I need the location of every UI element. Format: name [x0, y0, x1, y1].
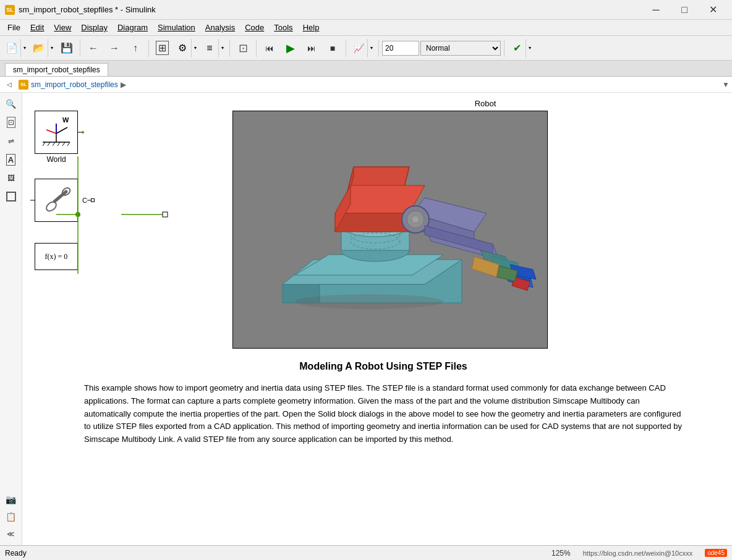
robot-subsystem-label: Robot [22, 93, 732, 111]
tab-label: sm_import_robot_stepfiles [13, 66, 100, 74]
tab-main[interactable]: sm_import_robot_stepfiles [5, 63, 108, 76]
svg-line-4 [57, 142, 60, 146]
sim-mode-select[interactable]: Normal Accelerator Rapid Accelerator [420, 41, 501, 56]
swap-tool-button[interactable]: ⇌ [2, 132, 20, 150]
mechanism-block[interactable]: C C [35, 179, 78, 222]
minimize-button[interactable]: ─ [642, 0, 670, 20]
sep3 [229, 40, 230, 57]
sep2 [148, 40, 149, 57]
slx-button[interactable]: ⊡ [233, 38, 253, 58]
robot-image [232, 111, 548, 349]
view-button-group[interactable]: ≡ ▾ [200, 38, 226, 58]
check-button-group[interactable]: ✔ ▾ [508, 38, 534, 58]
settings-icon: ⚙ [178, 42, 187, 54]
world-block-container: W World [35, 111, 195, 164]
clipboard-tool-button[interactable]: 📋 [2, 508, 20, 525]
back-button[interactable]: ← [83, 38, 103, 58]
menu-display[interactable]: Display [76, 22, 113, 33]
svg-point-58 [295, 294, 443, 309]
solver-badge: ode45 [705, 549, 727, 557]
mechanism-block-container: C C [35, 179, 195, 222]
menu-bar: File Edit View Display Diagram Simulatio… [0, 20, 732, 36]
fit-view-button[interactable]: ⊡ [2, 114, 20, 131]
status-zoom: 125% [551, 549, 571, 558]
settings-dropdown[interactable]: ▾ [191, 39, 198, 57]
scope-button[interactable]: 📈 [350, 39, 367, 57]
menu-edit[interactable]: Edit [25, 22, 49, 33]
new-icon: 📄 [6, 42, 18, 54]
svg-line-2 [48, 142, 50, 146]
check-button[interactable]: ✔ [508, 39, 526, 57]
library-button[interactable]: ⊞ [152, 38, 172, 58]
tab-bar: sm_import_robot_stepfiles [0, 61, 732, 77]
sep7 [504, 40, 504, 57]
new-button[interactable]: 📄 [3, 39, 20, 57]
open-button-group[interactable]: 📂 ▾ [30, 38, 56, 58]
stop-icon: ■ [330, 43, 335, 53]
image-tool-button[interactable]: 🖼 [2, 169, 20, 187]
mechanism-port-label: C [82, 197, 87, 204]
sep5 [346, 40, 346, 57]
step-forward-button[interactable]: ⏭ [302, 38, 321, 58]
menu-view[interactable]: View [49, 22, 76, 33]
check-icon: ✔ [513, 42, 521, 54]
solver-block[interactable]: f(x) = 0 [35, 243, 78, 270]
step-back-button[interactable]: ⏮ [260, 38, 279, 58]
run-button[interactable]: ▶ [281, 38, 300, 58]
back-icon: ← [88, 43, 98, 54]
svg-marker-40 [335, 213, 409, 232]
menu-file[interactable]: File [2, 22, 25, 33]
menu-code[interactable]: Code [240, 22, 269, 33]
status-right: 125% https://blog.csdn.net/weixin@10cxxx… [551, 549, 727, 558]
breadcrumb-expand-button[interactable]: ▼ [722, 80, 730, 89]
scope-dropdown[interactable]: ▾ [367, 39, 375, 57]
world-port-dot [82, 131, 84, 134]
maximize-button[interactable]: □ [670, 0, 699, 20]
sim-time-input[interactable] [382, 41, 419, 56]
menu-simulation[interactable]: Simulation [153, 22, 200, 33]
menu-analysis[interactable]: Analysis [200, 22, 240, 33]
open-button[interactable]: 📂 [30, 39, 48, 57]
menu-help[interactable]: Help [298, 22, 325, 33]
image-icon: 🖼 [7, 174, 15, 182]
menu-tools[interactable]: Tools [269, 22, 297, 33]
close-button[interactable]: ✕ [699, 0, 727, 20]
mechanism-port-left [30, 200, 35, 201]
settings-button-group[interactable]: ⚙ ▾ [173, 38, 199, 58]
canvas-area[interactable]: Robot [22, 93, 732, 545]
main-area: 🔍 ⊡ ⇌ A 🖼 📷 📋 ≪ [0, 93, 732, 545]
left-sidebar: 🔍 ⊡ ⇌ A 🖼 📷 📋 ≪ [0, 93, 22, 545]
scope-button-group[interactable]: 📈 ▾ [349, 38, 375, 58]
stop-button[interactable]: ■ [323, 38, 343, 58]
check-dropdown[interactable]: ▾ [526, 39, 533, 57]
world-block-label: World [35, 155, 78, 164]
save-button[interactable]: 💾 [57, 38, 77, 58]
rect-tool-button[interactable] [2, 188, 20, 205]
app-icon: SL [5, 5, 15, 15]
breadcrumb-model[interactable]: sm_import_robot_stepfiles [31, 80, 118, 89]
forward-button[interactable]: → [104, 38, 124, 58]
screenshot-tool-button[interactable]: 📷 [2, 491, 20, 508]
view-button[interactable]: ≡ [201, 39, 218, 57]
open-dropdown[interactable]: ▾ [48, 39, 55, 57]
breadcrumb-icon: SL [19, 80, 28, 90]
view-dropdown[interactable]: ▾ [218, 39, 226, 57]
swap-icon: ⇌ [8, 137, 14, 145]
zoom-tool-button[interactable]: 🔍 [2, 95, 20, 112]
new-button-group[interactable]: 📄 ▾ [2, 38, 28, 58]
world-block[interactable]: W [35, 111, 78, 154]
expand-tools-button[interactable]: ≪ [2, 525, 20, 543]
window-title: sm_import_robot_stepfiles * - Simulink [19, 5, 156, 14]
status-url: https://blog.csdn.net/weixin@10cxxx [583, 549, 692, 557]
window-controls: ─ □ ✕ [642, 0, 727, 20]
expand-tools-icon: ≪ [7, 530, 15, 538]
settings-button[interactable]: ⚙ [174, 39, 191, 57]
svg-line-13 [54, 192, 66, 202]
text-tool-button[interactable]: A [2, 151, 20, 168]
up-button[interactable]: ↑ [126, 38, 145, 58]
back-nav-button[interactable]: ◁ [2, 78, 16, 91]
mechanism-block-icon: C [40, 184, 72, 216]
menu-diagram[interactable]: Diagram [113, 22, 153, 33]
new-dropdown[interactable]: ▾ [20, 39, 28, 57]
world-block-icon: W [40, 116, 72, 148]
